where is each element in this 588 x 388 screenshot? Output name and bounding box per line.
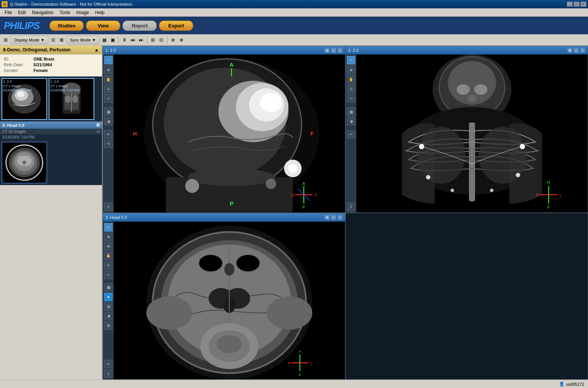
toolbar-play-icon[interactable]: ⏸ xyxy=(121,37,128,43)
vp3-zoom-tool[interactable]: ⊕ xyxy=(104,233,113,241)
vp3-measure-tool[interactable]: ▦ xyxy=(104,283,113,292)
vp1-measure-tool[interactable]: ▦ xyxy=(104,107,113,116)
svg-point-19 xyxy=(22,161,26,164)
menu-image[interactable]: Image xyxy=(73,9,92,16)
maximize-button[interactable]: □ xyxy=(574,2,580,7)
vp2-header: 1: 2.0 ⊞ □ × xyxy=(346,46,588,54)
vp3-arrow-tool[interactable]: ↖ xyxy=(104,223,113,232)
vp1-image: A P F H A P H F xyxy=(114,54,345,212)
vp1-maximize[interactable]: □ xyxy=(331,48,336,53)
toolbar-prev-icon[interactable]: ⏮ xyxy=(129,37,136,43)
toolbar-icon-5[interactable]: ⊟ xyxy=(158,37,165,43)
vp2-close[interactable]: × xyxy=(580,48,585,53)
thumbnail-2[interactable]: 1: 2.0 CT 1 Image 5/14/2009 7:03 PM xyxy=(49,78,94,120)
vp1-nav-next[interactable]: ↷ xyxy=(104,140,113,148)
thumbnail-3[interactable]: || xyxy=(2,142,47,184)
toolbar-grid-icon[interactable]: ⊞ xyxy=(2,37,9,43)
vp3-color-tool[interactable]: ■ xyxy=(104,293,113,301)
vp3-pan-tool[interactable]: ✋ xyxy=(104,252,113,260)
minimize-button[interactable]: _ xyxy=(567,2,573,7)
vp1-controls: ⊞ □ × xyxy=(324,48,343,53)
vp3-window-tool[interactable]: ⊙ xyxy=(104,261,113,270)
series-3-header[interactable]: 3: Head 5.0 ⊞ xyxy=(0,121,102,129)
toolbar-icon-6[interactable]: ⊕ xyxy=(170,37,176,43)
vp1-nav-prev[interactable]: ↶ xyxy=(104,130,113,139)
collapse-icon[interactable]: ▲ xyxy=(94,47,99,53)
navbar: PHILIPS Studies View Report Export xyxy=(0,17,588,34)
series-3-type: CT 32 Images xyxy=(2,129,26,134)
toolbar-sep-1 xyxy=(118,36,119,44)
menu-tools[interactable]: Tools xyxy=(57,9,73,16)
vp3-label: 3: Head 5.0 xyxy=(105,215,127,220)
vp3-maximize[interactable]: □ xyxy=(331,215,336,220)
vp1-restore[interactable]: ⊞ xyxy=(324,48,330,53)
birth-value: 5/21/1964 xyxy=(33,62,52,67)
vp1-window-tool[interactable]: ⊙ xyxy=(104,85,113,93)
toolbar-icon-7[interactable]: ⊗ xyxy=(178,37,185,43)
vp3-cursor-tool[interactable]: ⊹ xyxy=(104,271,113,279)
vp2-nav-prev[interactable]: ↶ xyxy=(347,130,355,139)
vp2-arrow-tool[interactable]: ↖ xyxy=(347,56,355,64)
svg-text:P: P xyxy=(230,201,233,207)
sync-mode-label: Sync Mode xyxy=(70,38,91,42)
svg-point-18 xyxy=(21,156,32,166)
series-container: 1: 2.0 CT 1 Image 5/14/2009 7:02 PM xyxy=(0,77,102,380)
vp1-scroll-down[interactable]: ⇓ xyxy=(104,203,113,211)
vp3-close[interactable]: × xyxy=(337,215,343,220)
vp2-zoom-tool[interactable]: ⊕ xyxy=(347,65,355,74)
menu-navigation[interactable]: Navigation xyxy=(29,9,57,16)
toolbar-icon-3[interactable]: ▣ xyxy=(109,37,116,43)
vp1-pan-tool[interactable]: ✋ xyxy=(104,75,113,83)
display-mode-button[interactable]: Display Mode ▼ xyxy=(11,36,48,44)
svg-text:L: L xyxy=(559,193,562,197)
menu-help[interactable]: Help xyxy=(92,9,108,16)
vp3-scroll-down[interactable]: ⇓ xyxy=(104,369,113,378)
gender-label: Gender: xyxy=(4,68,30,73)
vp2-contrast-tool[interactable]: ◑ xyxy=(347,117,355,125)
report-button[interactable]: Report xyxy=(122,21,157,31)
vp1-arrow-tool[interactable]: ↖ xyxy=(104,56,113,64)
id-value: ONE Brain xyxy=(33,57,54,61)
vp2-measure-tool[interactable]: ▦ xyxy=(347,107,355,116)
vp2-restore[interactable]: ⊞ xyxy=(567,48,572,53)
thumbnail-1[interactable]: 1: 2.0 CT 1 Image 5/14/2009 7:02 PM xyxy=(2,78,47,120)
svg-text:H: H xyxy=(291,193,294,197)
vp3-pattern-tool[interactable]: ▤ xyxy=(104,302,113,311)
svg-point-31 xyxy=(186,179,199,193)
vp2-scroll-down[interactable]: ⇓ xyxy=(347,203,355,211)
vp3-restore[interactable]: ⊞ xyxy=(324,215,330,220)
vp3-nav-prev[interactable]: ↶ xyxy=(104,360,113,368)
menu-file[interactable]: File xyxy=(2,9,15,16)
sync-mode-button[interactable]: Sync Mode ▼ xyxy=(67,36,100,44)
viewport-area: 1: 2.0 ⊞ □ × ↖ ⊕ ✋ ⊙ ⊹ ▦ ◑ ↶ ↷ ⇓ xyxy=(103,46,588,380)
vp3-grid-tool[interactable]: ⊞ xyxy=(104,321,113,330)
vp1-zoom-tool[interactable]: ⊕ xyxy=(104,65,113,74)
vp2-pan-tool[interactable]: ✋ xyxy=(347,75,355,83)
vp3-contrast-tool[interactable]: ◑ xyxy=(104,312,113,320)
vp1-label: 1: 2.0 xyxy=(105,48,116,53)
close-button[interactable]: × xyxy=(580,2,586,7)
toolbar-icon-2[interactable]: ⊠ xyxy=(58,37,65,43)
view-button[interactable]: View xyxy=(86,21,120,31)
toolbar-next-icon[interactable]: ⏭ xyxy=(138,37,145,43)
svg-text:P: P xyxy=(302,205,305,209)
svg-point-82 xyxy=(224,263,234,276)
philips-logo: PHILIPS xyxy=(4,20,40,32)
vp2-window-tool[interactable]: ⊙ xyxy=(347,85,355,93)
vp1-close[interactable]: × xyxy=(337,48,343,53)
studies-button[interactable]: Studies xyxy=(49,21,84,31)
vp2-cursor-tool[interactable]: ⊹ xyxy=(347,94,355,102)
toolbar-icon-4[interactable]: ⊞ xyxy=(149,37,156,43)
svg-text:R: R xyxy=(536,193,539,197)
toolbar-layout-icon[interactable]: ▦ xyxy=(101,37,108,43)
vp3-zoom-2-tool[interactable]: ⊕ xyxy=(104,242,113,251)
vp1-contrast-tool[interactable]: ◑ xyxy=(104,117,113,125)
menu-edit[interactable]: Edit xyxy=(15,9,29,16)
vp1-cursor-tool[interactable]: ⊹ xyxy=(104,94,113,102)
svg-point-81 xyxy=(237,255,260,271)
toolbar-icon-1[interactable]: ⊟ xyxy=(50,37,57,43)
export-button[interactable]: Export xyxy=(159,21,193,31)
id-label: ID: xyxy=(4,57,30,61)
display-mode-arrow: ▼ xyxy=(41,38,45,42)
vp2-maximize[interactable]: □ xyxy=(574,48,579,53)
